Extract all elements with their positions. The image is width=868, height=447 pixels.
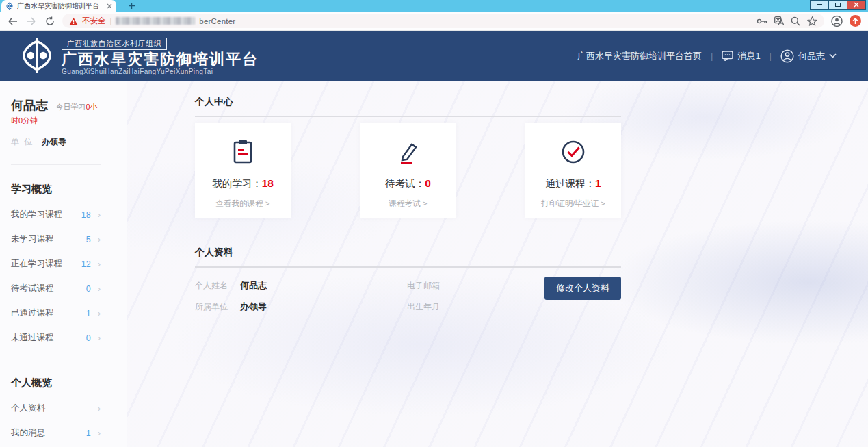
tab-title: 广西水旱灾害防御培训平台 [17,1,103,11]
nav-user-menu[interactable]: 何品志 [780,49,837,63]
key-icon[interactable] [757,18,767,25]
card-pending-exam[interactable]: 待考试：0 课程考试 > [360,123,456,218]
security-label: 不安全 [82,16,106,26]
sidebar-divider [11,164,101,165]
card-passed-courses-label: 通过课程： [545,178,595,189]
site-logo [19,38,55,73]
window-minimize-icon[interactable] [810,0,829,10]
sidebar-item-messages[interactable]: 我的消息 1 › [11,427,101,439]
url-separator: | [110,17,112,25]
chevron-right-icon: › [98,403,101,413]
edit-profile-button[interactable]: 修改个人资料 [544,277,621,300]
sidebar-item-profile[interactable]: 个人资料 › [11,403,101,414]
card-my-study[interactable]: 我的学习：18 查看我的课程 > [195,123,291,218]
chevron-right-icon: › [98,234,101,244]
org-badge: 广西壮族自治区水利厅组织 [62,38,167,50]
browser-titlebar: 广西水旱灾害防御培训平台 [0,0,868,12]
field-name-label: 个人姓名 [195,280,233,292]
count-badge: 18 [80,210,91,220]
chevron-right-icon: › [98,428,101,438]
nav-home-link[interactable]: 广西水旱灾害防御培训平台首页 [577,50,702,62]
update-icon[interactable] [850,15,861,27]
sidebar-user-block: 何品志 今日学习0小时0分钟 单 位 办领导 [11,97,101,148]
address-input[interactable]: 不安全 | berCenter [62,14,824,28]
count-badge: 0 [80,284,91,294]
sidebar-item-pending-exam[interactable]: 待考试课程 0 › [11,283,101,294]
personal-center-section: 个人中心 我的学习：18 查看我的课程 > [195,96,621,218]
profile-title: 个人资料 [195,246,621,268]
url-redacted-blur [116,17,195,25]
main-content: 个人中心 我的学习：18 查看我的课程 > [127,81,868,447]
chevron-right-icon: › [98,209,101,220]
pencil-icon [395,138,422,166]
user-avatar-icon [780,49,794,63]
card-my-study-label: 我的学习： [212,178,262,189]
user-name: 何品志 [11,99,48,112]
print-certificate-link[interactable]: 打印证明/毕业证 > [525,199,621,209]
window-close-icon[interactable] [847,0,866,10]
bookmark-star-icon[interactable] [807,16,817,26]
forward-icon[interactable] [25,15,37,27]
field-email-label: 电子邮箱 [407,280,445,292]
card-my-study-count: 18 [262,177,274,189]
count-badge: 1 [80,429,91,438]
course-exam-link[interactable]: 课程考试 > [360,199,456,209]
today-study-label: 今日学习 [55,103,86,111]
field-unit-label: 所属单位 [195,301,233,313]
unit-label: 单 位 [11,137,34,146]
message-icon [722,51,733,61]
site-favicon [5,2,14,10]
brand: 广西壮族自治区水利厅组织 广西水旱灾害防御培训平台 GuangXiShuiHan… [19,36,259,75]
window-controls [811,0,866,10]
nav-messages-label: 消息1 [737,50,760,62]
sidebar-item-passed[interactable]: 已通过课程 1 › [11,307,101,319]
field-unit-value: 办领导 [240,301,267,313]
browser-addressbar: 不安全 | berCenter [0,12,868,31]
chevron-right-icon: › [98,283,101,294]
sidebar-item-in-progress[interactable]: 正在学习课程 12 › [11,258,101,270]
header-nav: 广西水旱灾害防御培训平台首页 | 消息1 | 何品志 [577,49,849,63]
count-badge: 0 [80,333,91,343]
sidebar-item-my-courses[interactable]: 我的学习课程 18 › [11,209,101,220]
nav-messages-link[interactable]: 消息1 [722,50,760,62]
nav-user-label: 何品志 [798,50,825,62]
zoom-icon[interactable] [791,16,800,26]
browser-tab[interactable]: 广西水旱灾害防御培训平台 [1,0,116,12]
field-birth-label: 出生年月 [407,301,445,313]
card-pending-exam-count: 0 [425,177,431,189]
view-my-courses-link[interactable]: 查看我的课程 > [195,199,291,209]
reload-icon[interactable] [44,15,55,27]
site-pinyin: GuangXiShuiHanZaiHaiFangYuPeiXunPingTai [62,68,259,75]
chevron-right-icon: › [98,308,101,318]
chevron-right-icon: › [98,259,101,269]
chevron-down-icon [829,53,837,58]
site-header: 广西壮族自治区水利厅组织 广西水旱灾害防御培训平台 GuangXiShuiHan… [0,31,868,81]
nav-separator: | [711,51,713,61]
profile-icon[interactable] [831,15,843,27]
url-text: berCenter [199,17,235,25]
new-tab-icon[interactable] [126,1,137,10]
chevron-right-icon: › [98,333,101,343]
back-icon[interactable] [7,15,18,27]
sidebar: 何品志 今日学习0小时0分钟 单 位 办领导 学习概览 我的学习课程 18 › … [0,81,127,447]
window-maximize-icon[interactable] [828,0,847,10]
clipboard-icon [229,138,257,166]
sidebar-item-not-started[interactable]: 未学习课程 5 › [11,233,101,245]
card-passed-courses-count: 1 [595,177,601,189]
count-badge: 5 [80,235,91,244]
card-pending-exam-label: 待考试： [385,178,425,189]
site-title: 广西水旱灾害防御培训平台 [62,51,259,68]
tab-close-icon[interactable] [107,3,112,9]
unit-value: 办领导 [42,137,66,146]
personal-overview-title: 个人概览 [11,376,101,389]
profile-section: 个人资料 个人姓名 何品志 电子邮箱 所属单位 办领导 [195,246,621,313]
sidebar-item-not-passed[interactable]: 未通过课程 0 › [11,332,101,344]
field-name-value: 何品志 [240,279,267,292]
translate-icon[interactable] [774,16,784,25]
study-overview-title: 学习概览 [11,183,101,196]
card-passed-courses[interactable]: 通过课程：1 打印证明/毕业证 > [525,123,621,218]
count-badge: 1 [80,309,91,318]
check-circle-icon [560,138,587,166]
personal-center-title: 个人中心 [195,96,621,117]
warning-icon [69,17,78,25]
